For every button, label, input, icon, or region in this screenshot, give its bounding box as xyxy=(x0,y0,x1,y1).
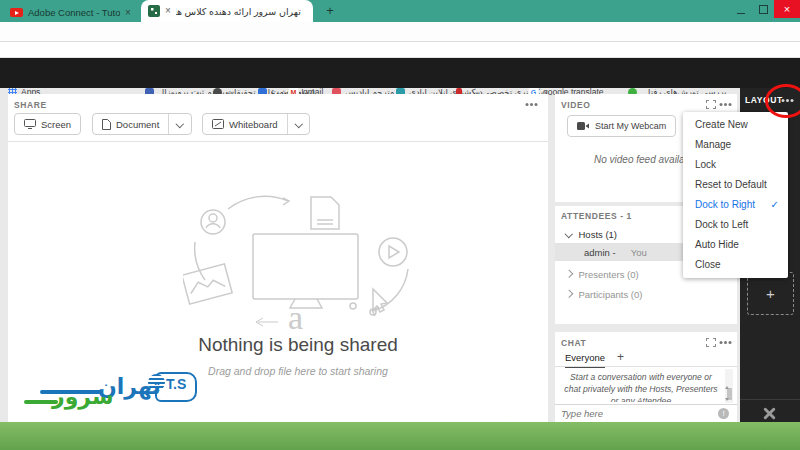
chat-add-tab-icon[interactable]: + xyxy=(617,350,624,364)
chat-pod-title: CHAT xyxy=(561,338,586,348)
window-close-button[interactable]: × xyxy=(774,0,800,18)
you-badge: You xyxy=(631,247,647,258)
chat-pod-options-icon[interactable] xyxy=(724,341,727,344)
collapse-chevron-icon xyxy=(565,230,573,238)
webcam-icon xyxy=(577,122,589,130)
menu-item-close[interactable]: Close xyxy=(683,255,788,275)
logo-server-text: سرور xyxy=(52,384,114,410)
share-whiteboard-button[interactable]: Whiteboard xyxy=(202,113,310,135)
chat-input[interactable] xyxy=(559,407,703,420)
nothing-shared-text: Nothing is being shared xyxy=(28,334,568,356)
chat-divider xyxy=(555,366,737,367)
attendees-pod-title: ATTENDEES - 1 xyxy=(561,211,632,221)
share-pod-options-icon[interactable] xyxy=(530,103,533,106)
tehran-server-logo: T.S تهران سرور xyxy=(10,366,200,416)
video-maximize-icon[interactable] xyxy=(706,100,716,109)
menu-item-create-new[interactable]: Create New xyxy=(683,115,788,135)
browser-tabstrip: Adobe Connect - Tutorial #1 - Y × × تهرا… xyxy=(0,0,800,22)
tab-close-icon[interactable]: × xyxy=(125,8,131,18)
svg-text:a: a xyxy=(288,299,303,336)
menu-item-reset-to-default[interactable]: Reset to Default xyxy=(683,175,788,195)
whiteboard-icon xyxy=(212,119,224,129)
new-tab-button[interactable]: + xyxy=(322,3,338,19)
tab-close-icon[interactable]: × xyxy=(165,6,171,16)
address-bar: ← → ↻ live6.tehranclass.ir/demo5/?proto=… xyxy=(0,22,800,42)
share-pod: SHARE Screen Document Whiteboard xyxy=(8,94,548,422)
expand-chevron-icon xyxy=(565,290,573,298)
menu-item-auto-hide[interactable]: Auto Hide xyxy=(683,235,788,255)
share-empty-illustration: a xyxy=(183,194,423,339)
share-whiteboard-dropdown[interactable] xyxy=(287,114,310,134)
tab-title: تهران سرور ارائه دهنده کلاس های ... xyxy=(176,6,301,17)
add-layout-button[interactable]: + xyxy=(747,272,794,315)
logo-ts-text: T.S xyxy=(166,376,186,392)
tab-title: Adobe Connect - Tutorial #1 - Y xyxy=(28,7,120,18)
menu-item-lock[interactable]: Lock xyxy=(683,155,788,175)
share-pod-title: SHARE xyxy=(14,100,47,110)
chat-scrollbar[interactable] xyxy=(725,369,733,403)
scroll-up-icon[interactable] xyxy=(725,369,729,389)
annotation-red-circle xyxy=(765,84,800,118)
layout-options-menu: Create New Manage Lock Reset to Default … xyxy=(683,112,788,278)
chat-empty-text: Start a conversation with everyone or ch… xyxy=(561,371,721,402)
check-icon: ✓ xyxy=(771,195,779,215)
start-webcam-button[interactable]: Start My Webcam xyxy=(567,115,676,137)
taskbar: X W فا 07:40 ب.ظ ۲۰۲۰/۰۷/۱۳ xyxy=(0,422,800,450)
menu-item-dock-to-left[interactable]: Dock to Left xyxy=(683,215,788,235)
chat-pod: CHAT Everyone + Start a conversation wit… xyxy=(555,332,737,422)
chat-info-icon[interactable]: ! xyxy=(718,408,729,419)
screen-icon xyxy=(24,119,36,129)
share-document-dropdown[interactable] xyxy=(168,114,191,134)
chat-input-row: ! xyxy=(555,404,737,422)
video-pod-title: VIDEO xyxy=(561,100,590,110)
menu-item-manage[interactable]: Manage xyxy=(683,135,788,155)
menu-item-dock-to-right[interactable]: Dock to Right ✓ xyxy=(683,195,788,215)
share-screen-button[interactable]: Screen xyxy=(14,113,81,135)
chat-maximize-icon[interactable] xyxy=(706,338,716,347)
tab-adobe-connect-tutorial[interactable]: Adobe Connect - Tutorial #1 - Y × xyxy=(10,3,140,22)
expand-chevron-icon xyxy=(565,270,573,278)
window-maximize-button[interactable] xyxy=(752,0,774,18)
participants-group-row[interactable]: Participants (0) xyxy=(555,285,737,303)
share-document-button[interactable]: Document xyxy=(92,113,192,135)
video-pod-options-icon[interactable] xyxy=(724,103,727,106)
youtube-favicon xyxy=(10,8,23,17)
adobe-connect-favicon xyxy=(148,5,160,17)
window-minimize-button[interactable] xyxy=(730,0,752,18)
screen: Adobe Connect - Tutorial #1 - Y × × تهرا… xyxy=(0,0,800,450)
meeting-toolbar: تهران سرور ارائه دهنده کلاس های مجازی اد… xyxy=(0,58,800,88)
tab-tehran-server-active[interactable]: × تهران سرور ارائه دهنده کلاس های ... xyxy=(141,0,313,22)
share-divider xyxy=(8,141,548,142)
layout-divider xyxy=(740,399,800,400)
document-icon xyxy=(102,119,111,130)
bookmarks-bar: Apps سیستم ثبت پروپوزال آموزش علوم تحقیق… xyxy=(0,42,800,58)
layout-tools-icon[interactable] xyxy=(762,406,778,422)
